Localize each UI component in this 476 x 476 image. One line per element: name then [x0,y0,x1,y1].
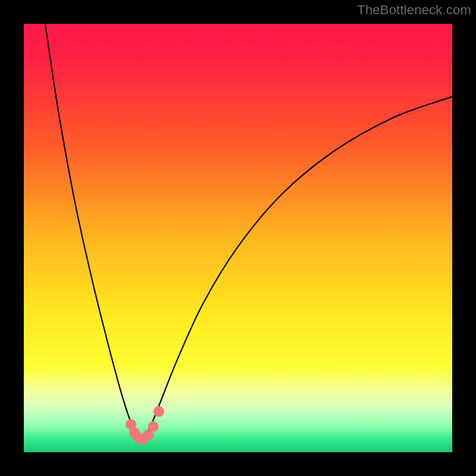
chart-frame: TheBottleneck.com [0,0,476,476]
plot-area [24,24,452,452]
bottleneck-curve [24,24,452,452]
attribution-text: TheBottleneck.com [357,2,471,18]
curve-markers [126,406,164,445]
curve-path [45,24,452,439]
curve-marker [154,406,164,417]
curve-marker [148,421,158,432]
